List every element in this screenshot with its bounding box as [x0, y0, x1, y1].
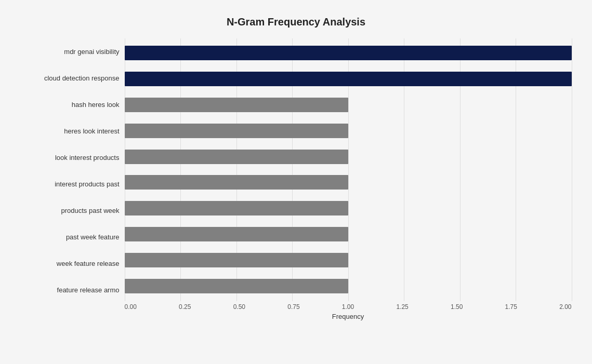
x-tick-1: 0.25	[179, 303, 191, 311]
bar-7	[125, 227, 348, 241]
x-ticks: 0.000.250.500.751.001.251.501.752.00	[125, 303, 572, 311]
bar-6	[125, 201, 348, 215]
x-tick-5: 1.25	[396, 303, 408, 311]
bar-3	[125, 124, 348, 138]
bars-and-xaxis: 0.000.250.500.751.001.251.501.752.00 Fre…	[125, 38, 572, 319]
x-tick-3: 0.75	[287, 303, 299, 311]
bar-row-4	[125, 146, 572, 167]
y-label-1: cloud detection response	[44, 65, 120, 90]
y-label-5: interest products past	[55, 171, 119, 196]
y-label-3: heres look interest	[64, 118, 119, 143]
chart-title: N-Gram Frequency Analysis	[21, 16, 572, 28]
y-label-6: products past week	[61, 198, 119, 223]
y-label-9: feature release armo	[57, 277, 120, 302]
y-label-2: hash heres look	[72, 92, 120, 117]
bar-8	[125, 253, 348, 267]
bar-row-1	[125, 69, 572, 89]
y-label-8: week feature release	[57, 251, 120, 276]
bars-list	[125, 38, 572, 301]
bar-2	[125, 98, 348, 112]
bar-row-8	[125, 250, 572, 271]
y-axis: mdr genai visibilitycloud detection resp…	[21, 38, 125, 319]
bar-row-9	[125, 276, 572, 296]
x-axis: 0.000.250.500.751.001.251.501.752.00 Fre…	[125, 303, 572, 319]
bar-row-3	[125, 120, 572, 141]
x-tick-0: 0.00	[125, 303, 137, 311]
x-tick-6: 1.50	[451, 303, 463, 311]
y-label-7: past week feature	[66, 224, 120, 249]
chart-area: mdr genai visibilitycloud detection resp…	[21, 38, 572, 319]
bar-9	[125, 279, 348, 293]
bar-row-6	[125, 198, 572, 219]
y-label-4: look interest products	[55, 145, 120, 170]
y-label-0: mdr genai visibility	[64, 39, 119, 64]
x-tick-8: 2.00	[559, 303, 571, 311]
x-tick-2: 0.50	[233, 303, 245, 311]
chart-container: N-Gram Frequency Analysis mdr genai visi…	[10, 6, 582, 359]
grid-line	[572, 38, 572, 301]
x-tick-4: 1.00	[342, 303, 354, 311]
bar-5	[125, 175, 348, 190]
bar-4	[125, 150, 348, 164]
bar-row-5	[125, 172, 572, 193]
bar-row-2	[125, 95, 572, 115]
bar-0	[125, 46, 572, 60]
bar-1	[125, 72, 572, 86]
x-tick-7: 1.75	[505, 303, 517, 311]
bars-area	[125, 38, 572, 301]
x-axis-label: Frequency	[125, 313, 572, 320]
bar-row-7	[125, 224, 572, 245]
bar-row-0	[125, 43, 572, 63]
